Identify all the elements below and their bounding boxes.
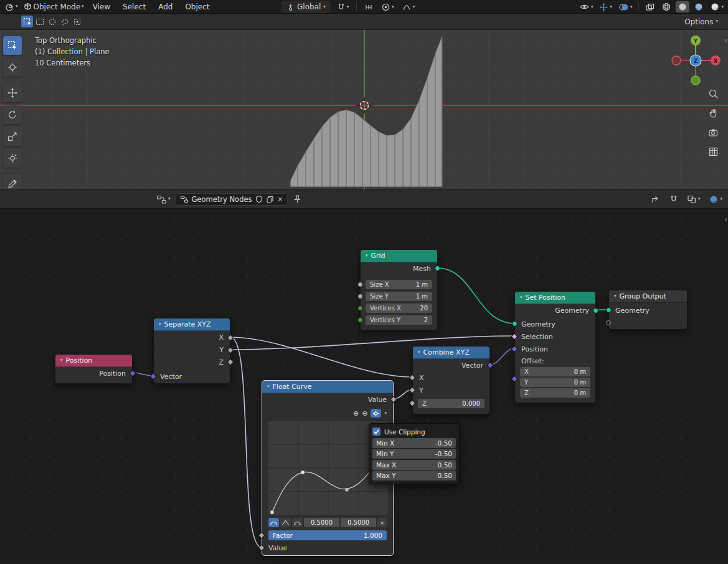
- visibility-dropdown[interactable]: ▾: [577, 2, 595, 12]
- tool-scale[interactable]: [3, 127, 22, 146]
- factor-slider[interactable]: Factor 1.000: [268, 530, 387, 540]
- node-separate-xyz[interactable]: ▾ Separate XYZ X Y Z Vector: [153, 318, 230, 384]
- camera-view-button[interactable]: [706, 126, 721, 140]
- shading-solid-button[interactable]: [676, 1, 689, 12]
- min-y-field[interactable]: Min Y -0.50: [372, 449, 456, 459]
- zoom-button[interactable]: [706, 87, 721, 101]
- transform-orientation-dropdown[interactable]: Global ▾: [281, 1, 331, 13]
- select-mode-circle[interactable]: [46, 16, 58, 27]
- tool-cursor[interactable]: [3, 58, 22, 77]
- collapse-icon[interactable]: ▾: [366, 254, 368, 258]
- node-position[interactable]: ▾ Position Position: [55, 354, 133, 384]
- node-group-output-header[interactable]: ▾ Group Output: [609, 290, 687, 303]
- curve-zoom-in-icon[interactable]: ⊕: [353, 410, 359, 417]
- menu-view[interactable]: View: [87, 1, 116, 12]
- menu-add[interactable]: Add: [153, 1, 178, 12]
- copy-icon[interactable]: [266, 195, 274, 203]
- handle-auto-button[interactable]: [268, 518, 279, 527]
- socket-vertices-y-in[interactable]: [357, 317, 363, 323]
- node-position-header[interactable]: ▾ Position: [55, 355, 132, 367]
- socket-size-y-in[interactable]: [357, 294, 363, 299]
- socket-geometry-in[interactable]: [606, 307, 612, 313]
- chevron-down-icon[interactable]: ▾: [384, 411, 387, 416]
- go-to-parent-button[interactable]: [648, 194, 662, 204]
- max-y-field[interactable]: Max Y 0.50: [372, 471, 456, 480]
- node-set-position[interactable]: ▾ Set Position Geometry Geometry Selecti…: [514, 291, 596, 403]
- menu-select[interactable]: Select: [117, 1, 151, 12]
- node-combine-xyz[interactable]: ▾ Combine XYZ Vector X Y Z 0.000: [412, 346, 490, 414]
- pin-button[interactable]: [291, 194, 303, 204]
- blender-menu-button[interactable]: ▾: [2, 1, 20, 12]
- tool-transform[interactable]: [3, 149, 22, 168]
- node-combine-header[interactable]: ▾ Combine XYZ: [413, 347, 489, 359]
- curve-options-button[interactable]: [371, 409, 381, 418]
- options-dropdown[interactable]: Options ▾: [679, 16, 723, 27]
- node-group-output[interactable]: ▾ Group Output Geometry: [608, 290, 688, 330]
- unlink-icon[interactable]: ×: [277, 195, 283, 203]
- node-snap-button[interactable]: [667, 194, 680, 204]
- shading-rendered-button[interactable]: ▾: [708, 1, 726, 12]
- shading-material-button[interactable]: [692, 1, 706, 12]
- vertices-x-field[interactable]: Vertices X20: [366, 304, 432, 313]
- snap-target-button[interactable]: [362, 2, 376, 12]
- socket-size-x-in[interactable]: [357, 282, 363, 287]
- size-x-field[interactable]: Size X1 m: [366, 280, 432, 289]
- socket-vertices-x-in[interactable]: [357, 305, 363, 311]
- xray-toggle-button[interactable]: [643, 2, 657, 12]
- socket-geometry-out[interactable]: [593, 308, 598, 313]
- proportional-editing-button[interactable]: ▾: [379, 2, 396, 12]
- falloff-dropdown[interactable]: ▾: [400, 2, 417, 12]
- node-editor-canvas[interactable]: ▾ Position Position ▾ Separate XYZ X Y Z…: [0, 209, 728, 564]
- tool-rotate[interactable]: [3, 105, 22, 124]
- select-mode-tweak[interactable]: [21, 16, 33, 27]
- use-clipping-checkbox[interactable]: [372, 428, 381, 436]
- pan-button[interactable]: [706, 107, 721, 120]
- node-grid-header[interactable]: ▾ Grid: [361, 250, 437, 262]
- select-mode-box[interactable]: [34, 16, 45, 27]
- size-y-field[interactable]: Size Y1 m: [366, 292, 432, 301]
- handle-auto-clamped-button[interactable]: [292, 518, 303, 527]
- grid-view-button[interactable]: [706, 145, 721, 159]
- node-overlays-dropdown[interactable]: ▾: [685, 194, 702, 204]
- select-mode-extra[interactable]: [71, 16, 83, 27]
- snap-toggle-button[interactable]: ▾: [334, 2, 351, 12]
- viewport-3d[interactable]: Y X Z Top Orthographic (1) Collection | …: [0, 30, 728, 190]
- gizmos-dropdown[interactable]: ▾: [597, 2, 614, 12]
- max-x-field[interactable]: Max X 0.50: [372, 460, 456, 470]
- min-x-field[interactable]: Min X -0.50: [372, 438, 456, 448]
- collapse-icon[interactable]: ▾: [418, 350, 420, 355]
- socket-factor-in[interactable]: [258, 532, 265, 538]
- socket-mesh-out[interactable]: [435, 265, 440, 271]
- tool-move[interactable]: [3, 84, 22, 102]
- menu-object[interactable]: Object: [179, 1, 215, 12]
- point-y-field[interactable]: 0.5000: [341, 518, 376, 527]
- curve-zoom-out-icon[interactable]: ⊖: [362, 410, 367, 417]
- node-shading-dropdown[interactable]: ▾: [707, 194, 724, 205]
- delete-point-button[interactable]: ×: [377, 518, 387, 527]
- fake-user-shield-icon[interactable]: [255, 195, 263, 203]
- z-value-field[interactable]: Z 0.000: [418, 399, 485, 408]
- node-set-position-header[interactable]: ▾ Set Position: [515, 292, 595, 304]
- vertices-y-field[interactable]: Vertices Y2: [366, 315, 432, 325]
- socket-geometry-in[interactable]: [512, 321, 518, 327]
- node-tree-name-field[interactable]: Geometry Nodes ×: [176, 193, 288, 206]
- overlays-dropdown[interactable]: ▾: [617, 2, 635, 12]
- offset-z-field[interactable]: Z 0 m: [520, 388, 590, 398]
- collapse-icon[interactable]: ▾: [520, 295, 522, 300]
- collapse-icon[interactable]: ▾: [60, 358, 63, 363]
- node-float-curve-header[interactable]: ▾ Float Curve: [262, 381, 393, 393]
- tool-annotate[interactable]: [3, 174, 22, 190]
- mode-dropdown[interactable]: Object Mode ▾: [21, 1, 86, 12]
- sidebar-collapse-arrow[interactable]: ‹: [724, 36, 727, 45]
- offset-y-field[interactable]: Y 0 m: [520, 378, 590, 387]
- collapse-icon[interactable]: ▾: [159, 322, 161, 327]
- shading-wireframe-button[interactable]: [659, 1, 673, 12]
- n-panel-collapse-arrow[interactable]: ‹: [724, 215, 727, 224]
- node-separate-header[interactable]: ▾ Separate XYZ: [154, 318, 230, 331]
- editor-type-dropdown[interactable]: ▾: [154, 194, 173, 205]
- point-x-field[interactable]: 0.5000: [304, 518, 339, 527]
- tool-select-box[interactable]: [3, 36, 22, 55]
- node-grid[interactable]: ▾ Grid Mesh Size X1 m Size Y1 m Vertices…: [360, 249, 438, 330]
- collapse-icon[interactable]: ▾: [614, 294, 617, 299]
- handle-vector-button[interactable]: [280, 518, 291, 527]
